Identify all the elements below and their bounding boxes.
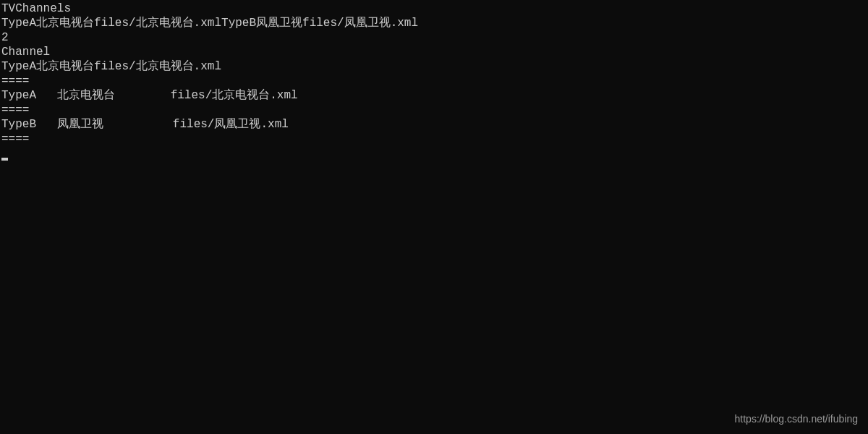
output-line: ==== (1, 132, 867, 146)
output-line: ==== (1, 103, 867, 117)
output-line: TypeA北京电视台files/北京电视台.xmlTypeB凤凰卫视files/… (1, 16, 867, 30)
cursor-icon (1, 158, 8, 161)
watermark-text: https://blog.csdn.net/ifubing (735, 413, 858, 426)
output-line: ==== (1, 74, 867, 88)
output-line: TypeA 北京电视台 files/北京电视台.xml (1, 88, 867, 103)
output-line: TVChannels (1, 1, 867, 16)
output-line: TypeB 凤凰卫视 files/凤凰卫视.xml (1, 117, 867, 132)
output-line: Channel (1, 45, 867, 59)
terminal-output: TVChannels TypeA北京电视台files/北京电视台.xmlType… (1, 1, 867, 161)
output-line: 2 (1, 30, 867, 45)
output-line: TypeA北京电视台files/北京电视台.xml (1, 59, 867, 74)
prompt-line[interactable] (1, 146, 867, 161)
